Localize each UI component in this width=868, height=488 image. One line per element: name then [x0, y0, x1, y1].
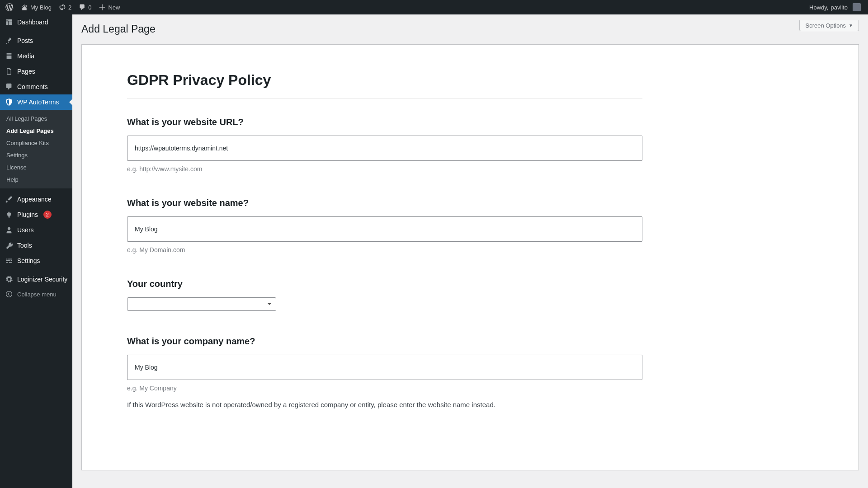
sidebar-item-settings[interactable]: Settings	[0, 253, 72, 268]
gear-icon	[5, 275, 14, 283]
company-name-label: What is your company name?	[127, 336, 642, 347]
field-company-name: What is your company name? e.g. My Compa…	[127, 336, 642, 408]
admin-toolbar-left: My Blog 2 0 New	[2, 0, 123, 14]
updates-count: 2	[68, 4, 71, 11]
field-website-url: What is your website URL? e.g. http://ww…	[127, 117, 642, 173]
svg-point-0	[6, 291, 12, 297]
company-name-input[interactable]	[127, 355, 642, 380]
website-name-hint: e.g. My Domain.com	[127, 246, 642, 253]
company-name-hint: e.g. My Company	[127, 385, 642, 392]
sidebar-label: Appearance	[17, 196, 52, 203]
company-name-note: If this WordPress website is not operate…	[127, 401, 642, 408]
page-title: Add Legal Page	[81, 19, 156, 37]
new-content-link[interactable]: New	[95, 0, 123, 14]
submenu-item-all-legal[interactable]: All Legal Pages	[0, 113, 72, 125]
sidebar-label: Posts	[17, 37, 33, 44]
sidebar-submenu-wpautoterms: All Legal Pages Add Legal Pages Complian…	[0, 110, 72, 188]
comments-count: 0	[88, 4, 91, 11]
submenu-item-settings[interactable]: Settings	[0, 149, 72, 161]
admin-toolbar-right: Howdy, pavlito	[806, 0, 864, 14]
user-account-menu[interactable]: Howdy, pavlito	[806, 0, 864, 14]
dashboard-icon	[5, 18, 14, 26]
collapse-icon	[5, 291, 14, 298]
sidebar-label: Plugins	[17, 211, 38, 218]
howdy-prefix: Howdy,	[809, 4, 828, 11]
plus-icon	[99, 4, 106, 11]
sidebar-label: Users	[17, 226, 34, 234]
site-name-text: My Blog	[30, 4, 52, 11]
sidebar-label: WP AutoTerms	[17, 99, 59, 106]
avatar-icon	[853, 3, 861, 11]
collapse-menu-button[interactable]: Collapse menu	[0, 287, 72, 301]
plugins-badge: 2	[43, 211, 52, 219]
plugin-icon	[5, 211, 14, 219]
comments-link[interactable]: 0	[75, 0, 95, 14]
collapse-label: Collapse menu	[17, 291, 57, 298]
chevron-down-icon: ▼	[849, 23, 853, 28]
new-label: New	[108, 4, 120, 11]
form-title: GDPR Privacy Policy	[127, 72, 642, 89]
sidebar-label: Dashboard	[17, 19, 48, 26]
website-name-label: What is your website name?	[127, 198, 642, 208]
sidebar-item-plugins[interactable]: Plugins 2	[0, 207, 72, 222]
submenu-item-license[interactable]: License	[0, 161, 72, 174]
screen-options-button[interactable]: Screen Options ▼	[799, 20, 859, 31]
wordpress-icon	[5, 3, 14, 11]
brush-icon	[5, 195, 14, 203]
submenu-item-help[interactable]: Help	[0, 174, 72, 186]
website-name-input[interactable]	[127, 216, 642, 242]
sidebar-item-tools[interactable]: Tools	[0, 238, 72, 253]
wp-logo-menu[interactable]	[2, 0, 17, 14]
submenu-item-add-legal[interactable]: Add Legal Pages	[0, 125, 72, 137]
field-country: Your country	[127, 279, 642, 311]
pin-icon	[5, 37, 14, 45]
update-icon	[59, 4, 66, 11]
admin-sidebar: Dashboard Posts Media Pages Comments WP …	[0, 14, 72, 488]
sidebar-label: Tools	[17, 242, 32, 249]
site-name-link[interactable]: My Blog	[17, 0, 55, 14]
comments-icon	[5, 83, 14, 91]
sidebar-item-appearance[interactable]: Appearance	[0, 192, 72, 207]
country-select[interactable]	[127, 297, 276, 311]
home-icon	[21, 4, 28, 11]
media-icon	[5, 52, 14, 60]
username-text: pavlito	[830, 4, 848, 11]
sidebar-item-pages[interactable]: Pages	[0, 64, 72, 79]
submenu-item-compliance-kits[interactable]: Compliance Kits	[0, 137, 72, 149]
shield-icon	[5, 98, 14, 106]
sidebar-item-posts[interactable]: Posts	[0, 33, 72, 48]
updates-link[interactable]: 2	[55, 0, 75, 14]
website-url-input[interactable]	[127, 136, 642, 161]
country-label: Your country	[127, 279, 642, 289]
sidebar-item-dashboard[interactable]: Dashboard	[0, 14, 72, 30]
admin-toolbar: My Blog 2 0 New Howdy, pavlito	[0, 0, 868, 14]
screen-options-label: Screen Options	[805, 22, 846, 29]
sidebar-label: Loginizer Security	[17, 276, 67, 283]
content-area: Add Legal Page Screen Options ▼ GDPR Pri…	[72, 14, 868, 488]
sliders-icon	[5, 257, 14, 265]
sidebar-item-loginizer[interactable]: Loginizer Security	[0, 272, 72, 287]
user-icon	[5, 226, 14, 234]
field-website-name: What is your website name? e.g. My Domai…	[127, 198, 642, 253]
comment-icon	[79, 4, 86, 11]
sidebar-label: Comments	[17, 83, 48, 90]
content-header: Add Legal Page Screen Options ▼	[72, 14, 868, 37]
website-url-label: What is your website URL?	[127, 117, 642, 127]
form-panel: GDPR Privacy Policy What is your website…	[81, 44, 859, 470]
wrench-icon	[5, 241, 14, 249]
sidebar-label: Media	[17, 52, 34, 60]
sidebar-label: Pages	[17, 68, 35, 75]
sidebar-label: Settings	[17, 257, 40, 264]
sidebar-item-media[interactable]: Media	[0, 48, 72, 64]
divider	[127, 99, 642, 99]
sidebar-item-wpautoterms[interactable]: WP AutoTerms	[0, 94, 72, 110]
page-icon	[5, 67, 14, 75]
website-url-hint: e.g. http://www.mysite.com	[127, 165, 642, 173]
sidebar-item-comments[interactable]: Comments	[0, 79, 72, 94]
sidebar-item-users[interactable]: Users	[0, 222, 72, 238]
